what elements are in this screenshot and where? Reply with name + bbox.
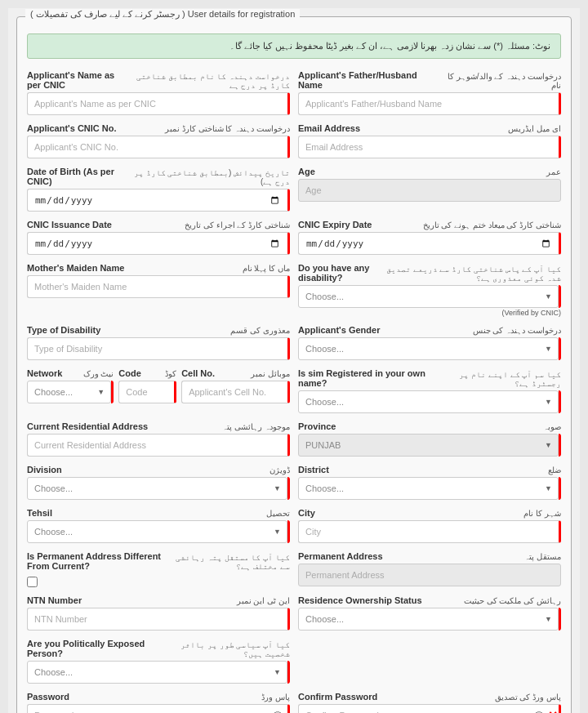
ntn-input[interactable] [27,608,290,631]
tehsil-select[interactable]: Choose... [27,520,287,543]
sim-registered-label: Is sim Registered in your own name? [298,368,433,388]
residence-select[interactable]: Choose... Owned Rented [298,608,559,631]
notice-box: نوٹ: مسئلہ (*) سے نشان زدہ بھرنا لازمی ہ… [27,33,561,59]
permanent-diff-label-ur: کیا آپ کا مستقل پتہ رہائشی سے مختلف ہے؟ [169,553,290,571]
dob-label-ur: تاریخ پیدائش (بمطابق شناختی کارڈ پر درج … [127,168,290,186]
cell-label-ur: موبائل نمبر [251,369,290,378]
disability-hint: (Verified by CNIC) [298,309,561,317]
disability-label: Do you have any disability? [298,263,380,283]
applicant-name-input[interactable] [27,92,290,115]
code-input[interactable] [118,381,176,403]
division-label: Division [27,465,62,475]
password-label: Password [27,692,69,702]
email-label: Email Address [298,123,360,133]
code-label: Code [118,368,141,378]
division-select[interactable]: Choose... [27,477,287,500]
disability-type-label: Type of Disability [27,325,100,335]
network-select[interactable]: Choose... Jazz Zong Telenor Ufone [27,381,111,403]
disability-select[interactable]: Choose... Yes No [298,285,559,308]
disability-type-label-ur: معذوری کی قسم [230,326,290,335]
sim-registered-select[interactable]: Choose... Yes No [298,390,559,413]
permanent-diff-label: Is Permanent Address Different From Curr… [27,551,169,571]
confirm-password-label: Confirm Password [298,692,377,702]
dob-input[interactable] [27,189,290,212]
confirm-password-input[interactable] [298,704,561,713]
cell-input[interactable] [181,381,290,403]
cnic-expiry-input[interactable] [298,232,561,255]
city-label-ur: شہر کا نام [523,509,561,518]
tehsil-label-ur: تحصیل [266,509,290,518]
cnic-expiry-label: CNIC Expiry Date [298,220,372,229]
disability-type-input[interactable] [27,337,290,360]
gender-label: Applicant's Gender [298,325,380,335]
email-input[interactable] [298,136,561,158]
cnic-label: Applicant's CNIC No. [27,123,117,133]
father-name-label-ur: درخواست دہندہ کے والد/شوہر کا نام [439,72,561,90]
cnic-expiry-label-ur: شناختی کارڈ کی میعاد ختم ہونے کی تاریخ [423,221,561,229]
gender-select[interactable]: Choose... Male Female [298,337,559,360]
district-select[interactable]: Choose... [298,477,559,500]
residence-label-ur: رہائش کی ملکیت کی حیثیت [464,596,561,605]
email-label-ur: ای میل ایڈریس [508,124,561,133]
address-input[interactable] [27,434,290,457]
district-label: District [298,465,329,475]
cell-label: Cell No. [181,368,215,378]
permanent-address-input [298,564,561,586]
gender-label-ur: درخواست دہندہ کی جنس [473,326,561,335]
confirm-password-label-ur: پاس ورڈ کی تصدیق [495,693,561,702]
father-name-input[interactable] [298,92,561,115]
ntn-label-ur: این ٹی این نمبر [237,596,290,605]
dob-label: Date of Birth (As per CNIC) [27,167,127,186]
province-select[interactable]: PUNJAB SINDH KPK BALOCHISTAN [298,434,559,457]
mother-name-label-ur: ماں کا پہلا نام [243,264,290,273]
cnic-label-ur: درخواست دہندہ کا شناختی کارڈ نمبر [165,124,290,133]
form-legend: User details for registration ( رجسٹر کر… [25,9,300,20]
notice-ur: نوٹ: مسئلہ (*) سے نشان زدہ بھرنا لازمی ہ… [229,41,550,51]
applicant-name-label-ur: درخواست دہندہ کا نام بمطابق شناختی کارڈ … [125,72,290,90]
network-label-ur: نیٹ ورک [83,369,114,378]
politically-label-ur: کیا آپ سیاسی طور پر بااثر شخصیت ہیں؟ [158,640,290,658]
permanent-address-label: Permanent Address [298,551,383,561]
permanent-diff-checkbox[interactable] [27,577,38,587]
address-label: Current Residential Address [27,421,148,431]
sim-registered-label-ur: کیا سم آپ کے اپنے نام پر رجسٹرڈ ہے؟ [433,370,561,388]
residence-label: Residence Ownership Status [298,595,422,605]
password-input[interactable] [27,704,290,713]
district-label-ur: ضلع [548,466,561,475]
division-label-ur: ڈویژن [270,466,290,475]
confirm-clear-icon[interactable]: ✕ [548,709,558,713]
network-label: Network [27,368,62,378]
disability-label-ur: کیا آپ کے پاس شناختی کارڈ سے ذریعے تصدیق… [380,265,561,283]
code-label-ur: کوڈ [165,369,176,378]
cnic-input[interactable] [27,136,290,158]
province-label: Province [298,421,336,431]
password-label-ur: پاس ورڈ [261,693,290,702]
city-input[interactable] [298,520,561,543]
confirm-eye-icon[interactable]: 👁 [533,709,545,713]
cnic-issue-label: CNIC Issuance Date [27,220,112,229]
politically-select[interactable]: Choose... Yes No [27,661,287,684]
permanent-address-label-ur: مستقل پتہ [524,552,561,561]
ntn-label: NTN Number [27,595,82,605]
address-label-ur: موجودہ رہائشی پتہ [222,422,290,431]
father-name-label: Applicant's Father/Husband Name [298,70,439,90]
city-label: City [298,508,315,518]
age-label-ur: عمر [546,167,561,176]
cnic-issue-label-ur: شناختی کارڈ کے اجراء کی تاریخ [185,221,290,229]
confirm-icons: 👁 ✕ [533,709,558,713]
politically-label: Are you Politically Exposed Person? [27,639,158,658]
mother-name-input[interactable] [27,275,290,298]
age-label: Age [298,167,315,176]
mother-name-label: Mother's Maiden Name [27,263,124,273]
age-input [298,179,561,202]
tehsil-label: Tehsil [27,508,52,518]
province-label-ur: صوبہ [543,422,561,431]
applicant-name-label: Applicant's Name as per CNIC [27,70,125,90]
password-eye-icon[interactable]: 👁 [272,709,283,713]
cnic-issue-input[interactable] [27,232,290,255]
